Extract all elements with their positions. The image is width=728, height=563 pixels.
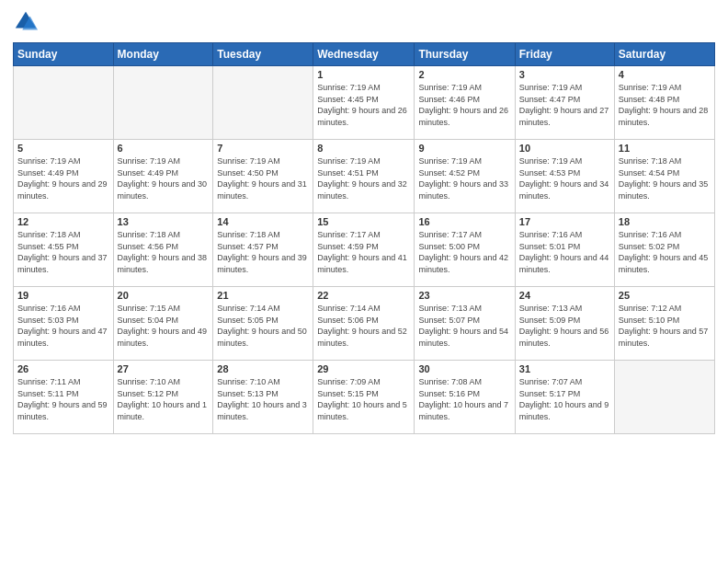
calendar-header-row: SundayMondayTuesdayWednesdayThursdayFrid… xyxy=(14,43,715,66)
day-info: Sunrise: 7:19 AMSunset: 4:52 PMDaylight:… xyxy=(418,155,510,201)
day-number: 30 xyxy=(418,363,510,374)
day-info: Sunrise: 7:12 AMSunset: 5:10 PMDaylight:… xyxy=(619,303,711,349)
day-number: 6 xyxy=(118,143,210,154)
day-number: 25 xyxy=(619,290,711,301)
day-number: 28 xyxy=(217,363,309,374)
calendar-cell: 7Sunrise: 7:19 AMSunset: 4:50 PMDaylight… xyxy=(213,140,313,213)
calendar-cell: 10Sunrise: 7:19 AMSunset: 4:53 PMDayligh… xyxy=(515,140,614,213)
calendar-cell: 18Sunrise: 7:16 AMSunset: 5:02 PMDayligh… xyxy=(614,213,714,287)
day-info: Sunrise: 7:19 AMSunset: 4:50 PMDaylight:… xyxy=(217,155,309,201)
day-number: 7 xyxy=(217,143,309,154)
calendar-cell: 26Sunrise: 7:11 AMSunset: 5:11 PMDayligh… xyxy=(14,361,114,434)
day-info: Sunrise: 7:17 AMSunset: 4:59 PMDaylight:… xyxy=(317,229,410,275)
calendar-cell: 15Sunrise: 7:17 AMSunset: 4:59 PMDayligh… xyxy=(313,213,415,287)
day-number: 12 xyxy=(17,216,109,227)
day-info: Sunrise: 7:17 AMSunset: 5:00 PMDaylight:… xyxy=(418,229,510,275)
day-info: Sunrise: 7:14 AMSunset: 5:05 PMDaylight:… xyxy=(217,303,309,349)
calendar-cell: 25Sunrise: 7:12 AMSunset: 5:10 PMDayligh… xyxy=(614,287,714,361)
day-info: Sunrise: 7:11 AMSunset: 5:11 PMDaylight:… xyxy=(17,376,109,422)
calendar-cell: 12Sunrise: 7:18 AMSunset: 4:55 PMDayligh… xyxy=(14,213,114,287)
day-info: Sunrise: 7:19 AMSunset: 4:53 PMDaylight:… xyxy=(519,155,610,201)
day-number: 21 xyxy=(217,290,309,301)
day-info: Sunrise: 7:08 AMSunset: 5:16 PMDaylight:… xyxy=(418,376,510,422)
day-number: 27 xyxy=(118,363,210,374)
day-info: Sunrise: 7:19 AMSunset: 4:47 PMDaylight:… xyxy=(519,82,610,128)
calendar-header-saturday: Saturday xyxy=(614,43,714,66)
calendar-cell: 19Sunrise: 7:16 AMSunset: 5:03 PMDayligh… xyxy=(14,287,114,361)
calendar-cell: 20Sunrise: 7:15 AMSunset: 5:04 PMDayligh… xyxy=(113,287,213,361)
day-number: 17 xyxy=(519,216,610,227)
day-info: Sunrise: 7:18 AMSunset: 4:54 PMDaylight:… xyxy=(619,155,711,201)
calendar-header-sunday: Sunday xyxy=(14,43,114,66)
calendar-cell xyxy=(113,66,213,140)
calendar-cell: 31Sunrise: 7:07 AMSunset: 5:17 PMDayligh… xyxy=(515,361,614,434)
day-info: Sunrise: 7:10 AMSunset: 5:13 PMDaylight:… xyxy=(217,376,309,422)
calendar-header-tuesday: Tuesday xyxy=(213,43,313,66)
day-number: 16 xyxy=(418,216,510,227)
week-row-5: 26Sunrise: 7:11 AMSunset: 5:11 PMDayligh… xyxy=(14,361,715,434)
day-info: Sunrise: 7:18 AMSunset: 4:56 PMDaylight:… xyxy=(118,229,210,275)
day-info: Sunrise: 7:07 AMSunset: 5:17 PMDaylight:… xyxy=(519,376,610,422)
day-number: 24 xyxy=(519,290,610,301)
calendar-header-thursday: Thursday xyxy=(415,43,515,66)
day-info: Sunrise: 7:19 AMSunset: 4:49 PMDaylight:… xyxy=(118,155,210,201)
calendar-cell: 22Sunrise: 7:14 AMSunset: 5:06 PMDayligh… xyxy=(313,287,415,361)
calendar-cell xyxy=(213,66,313,140)
day-number: 4 xyxy=(619,69,711,80)
day-info: Sunrise: 7:19 AMSunset: 4:46 PMDaylight:… xyxy=(418,82,510,128)
logo-icon xyxy=(13,9,39,35)
week-row-3: 12Sunrise: 7:18 AMSunset: 4:55 PMDayligh… xyxy=(14,213,715,287)
day-info: Sunrise: 7:19 AMSunset: 4:48 PMDaylight:… xyxy=(619,82,711,128)
day-number: 19 xyxy=(17,290,109,301)
calendar-header-wednesday: Wednesday xyxy=(313,43,415,66)
week-row-2: 5Sunrise: 7:19 AMSunset: 4:49 PMDaylight… xyxy=(14,140,715,213)
day-number: 3 xyxy=(519,69,610,80)
day-number: 20 xyxy=(118,290,210,301)
day-info: Sunrise: 7:16 AMSunset: 5:03 PMDaylight:… xyxy=(17,303,109,349)
day-number: 31 xyxy=(519,363,610,374)
calendar-header-friday: Friday xyxy=(515,43,614,66)
day-info: Sunrise: 7:10 AMSunset: 5:12 PMDaylight:… xyxy=(118,376,210,422)
day-number: 13 xyxy=(118,216,210,227)
calendar-cell: 23Sunrise: 7:13 AMSunset: 5:07 PMDayligh… xyxy=(415,287,515,361)
calendar-cell: 1Sunrise: 7:19 AMSunset: 4:45 PMDaylight… xyxy=(313,66,415,140)
day-number: 10 xyxy=(519,143,610,154)
calendar-cell: 5Sunrise: 7:19 AMSunset: 4:49 PMDaylight… xyxy=(14,140,114,213)
calendar-cell: 11Sunrise: 7:18 AMSunset: 4:54 PMDayligh… xyxy=(614,140,714,213)
day-number: 11 xyxy=(619,143,711,154)
calendar-cell xyxy=(14,66,114,140)
day-info: Sunrise: 7:18 AMSunset: 4:57 PMDaylight:… xyxy=(217,229,309,275)
calendar-cell: 2Sunrise: 7:19 AMSunset: 4:46 PMDaylight… xyxy=(415,66,515,140)
day-info: Sunrise: 7:16 AMSunset: 5:01 PMDaylight:… xyxy=(519,229,610,275)
calendar-header-monday: Monday xyxy=(113,43,213,66)
header xyxy=(13,9,715,35)
day-number: 14 xyxy=(217,216,309,227)
day-info: Sunrise: 7:13 AMSunset: 5:07 PMDaylight:… xyxy=(418,303,510,349)
day-number: 1 xyxy=(317,69,410,80)
calendar-cell: 6Sunrise: 7:19 AMSunset: 4:49 PMDaylight… xyxy=(113,140,213,213)
calendar-cell: 4Sunrise: 7:19 AMSunset: 4:48 PMDaylight… xyxy=(614,66,714,140)
day-number: 9 xyxy=(418,143,510,154)
day-number: 2 xyxy=(418,69,510,80)
week-row-4: 19Sunrise: 7:16 AMSunset: 5:03 PMDayligh… xyxy=(14,287,715,361)
day-info: Sunrise: 7:19 AMSunset: 4:45 PMDaylight:… xyxy=(317,82,410,128)
day-number: 8 xyxy=(317,143,410,154)
day-info: Sunrise: 7:19 AMSunset: 4:51 PMDaylight:… xyxy=(317,155,410,201)
day-number: 15 xyxy=(317,216,410,227)
calendar-cell: 24Sunrise: 7:13 AMSunset: 5:09 PMDayligh… xyxy=(515,287,614,361)
day-info: Sunrise: 7:19 AMSunset: 4:49 PMDaylight:… xyxy=(17,155,109,201)
day-info: Sunrise: 7:14 AMSunset: 5:06 PMDaylight:… xyxy=(317,303,410,349)
day-number: 22 xyxy=(317,290,410,301)
calendar-cell: 3Sunrise: 7:19 AMSunset: 4:47 PMDaylight… xyxy=(515,66,614,140)
day-info: Sunrise: 7:13 AMSunset: 5:09 PMDaylight:… xyxy=(519,303,610,349)
day-number: 29 xyxy=(317,363,410,374)
day-number: 5 xyxy=(17,143,109,154)
day-info: Sunrise: 7:15 AMSunset: 5:04 PMDaylight:… xyxy=(118,303,210,349)
day-info: Sunrise: 7:09 AMSunset: 5:15 PMDaylight:… xyxy=(317,376,410,422)
day-number: 18 xyxy=(619,216,711,227)
calendar-cell: 16Sunrise: 7:17 AMSunset: 5:00 PMDayligh… xyxy=(415,213,515,287)
calendar-cell: 28Sunrise: 7:10 AMSunset: 5:13 PMDayligh… xyxy=(213,361,313,434)
logo xyxy=(13,9,42,35)
page: SundayMondayTuesdayWednesdayThursdayFrid… xyxy=(0,0,728,563)
calendar-cell: 27Sunrise: 7:10 AMSunset: 5:12 PMDayligh… xyxy=(113,361,213,434)
